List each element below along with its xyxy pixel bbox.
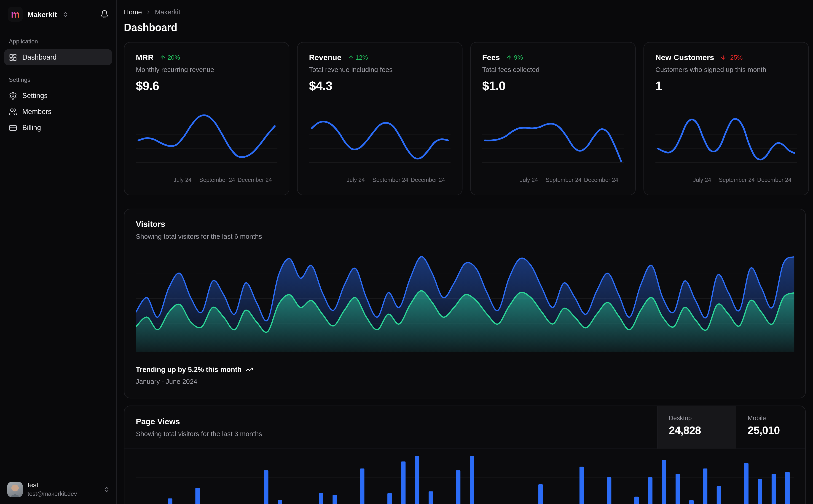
stat-subtitle: Total fees collected	[482, 66, 624, 74]
page-title: Dashboard	[124, 22, 806, 34]
user-avatar	[7, 482, 23, 497]
breadcrumb-home-link[interactable]: Home	[124, 8, 142, 16]
chevron-right-icon	[145, 9, 151, 15]
sidebar-item-dashboard[interactable]: Dashboard	[4, 49, 112, 65]
x-axis-labels: July 24 September 24 December 24	[309, 177, 450, 184]
mobile-label: Mobile	[748, 414, 805, 422]
stat-cards-row: MRR 20% Monthly recurring revenue $9.6 J…	[124, 42, 806, 195]
new-customers-sparkline-chart	[656, 110, 797, 171]
main-content: Home Makerkit Dashboard MRR 20%	[117, 0, 813, 504]
stat-value: $9.6	[136, 79, 278, 93]
fees-sparkline-chart	[482, 110, 624, 171]
sidebar-item-label: Members	[22, 108, 51, 116]
stat-card-mrr: MRR 20% Monthly recurring revenue $9.6 J…	[124, 42, 289, 195]
chevrons-up-down-icon	[104, 486, 110, 492]
page-views-header: Page Views Showing total visitors for th…	[124, 406, 805, 449]
breadcrumb-current: Makerkit	[155, 8, 180, 16]
breadcrumb: Home Makerkit	[124, 8, 806, 16]
stat-card-fees: Fees 9% Total fees collected $1.0 July 2…	[470, 42, 636, 195]
revenue-sparkline-chart	[309, 110, 450, 171]
page-views-subtitle: Showing total visitors for the last 3 mo…	[136, 430, 646, 438]
section-label: Settings	[4, 77, 112, 83]
sidebar-section-settings: Settings Settings Members	[0, 77, 116, 136]
stat-title: Revenue	[309, 53, 341, 62]
x-axis-labels: July 24 September 24 December 24	[482, 177, 624, 184]
toggle-mobile[interactable]: Mobile 25,010	[736, 406, 805, 449]
visitors-card: Visitors Showing total visitors for the …	[124, 209, 806, 398]
makerkit-logo: m	[8, 7, 23, 22]
app-window: m Makerkit Application Dashboard	[0, 0, 813, 504]
user-email: test@makerkit.dev	[27, 490, 77, 497]
mobile-value: 25,010	[748, 424, 805, 437]
trend-badge: -25%	[720, 54, 743, 61]
sidebar-item-settings[interactable]: Settings	[4, 88, 112, 103]
stat-subtitle: Total revenue including fees	[309, 66, 450, 74]
sidebar-item-label: Dashboard	[22, 53, 56, 61]
visitors-footer: Trending up by 5.2% this month January -…	[136, 366, 794, 385]
trend-badge: 12%	[348, 54, 368, 61]
stat-value: 1	[656, 79, 797, 93]
trend-summary: Trending up by 5.2% this month	[136, 366, 242, 374]
logo-letter: m	[11, 9, 20, 19]
page-views-title: Page Views	[136, 417, 646, 426]
x-axis-labels: July 24 September 24 December 24	[656, 177, 797, 184]
sidebar-section-application: Application Dashboard	[0, 38, 116, 65]
desktop-label: Desktop	[669, 414, 736, 422]
stage: m Makerkit Application Dashboard	[0, 0, 813, 504]
user-name: test	[27, 481, 77, 490]
sidebar: m Makerkit Application Dashboard	[0, 0, 117, 504]
visitors-subtitle: Showing total visitors for the last 6 mo…	[136, 233, 794, 240]
page-views-bar-chart	[136, 449, 794, 504]
stat-card-new-customers: New Customers -25% Customers who signed …	[644, 42, 809, 195]
toggle-desktop[interactable]: Desktop 24,828	[657, 406, 736, 449]
stat-subtitle: Customers who signed up this month	[656, 66, 797, 74]
chevrons-up-down-icon	[62, 11, 68, 17]
stat-title: Fees	[482, 53, 500, 62]
arrow-up-icon	[348, 54, 354, 60]
dashboard-icon	[9, 53, 17, 61]
desktop-value: 24,828	[669, 424, 736, 437]
visitors-area-chart	[136, 251, 794, 352]
sidebar-item-billing[interactable]: Billing	[4, 120, 112, 136]
visitors-title: Visitors	[136, 220, 794, 229]
arrow-up-icon	[160, 54, 166, 60]
trending-up-icon	[245, 366, 253, 374]
notifications-bell-icon[interactable]	[100, 10, 109, 19]
workspace-selector[interactable]: m Makerkit	[0, 0, 116, 27]
arrow-down-icon	[720, 54, 727, 60]
sidebar-item-label: Settings	[22, 92, 48, 99]
sidebar-item-members[interactable]: Members	[4, 103, 112, 119]
trend-badge: 9%	[506, 54, 523, 61]
stat-subtitle: Monthly recurring revenue	[136, 66, 278, 74]
credit-card-icon	[9, 124, 17, 132]
mrr-sparkline-chart	[136, 110, 278, 171]
stat-value: $4.3	[309, 79, 450, 93]
workspace-name: Makerkit	[27, 10, 57, 18]
stat-value: $1.0	[482, 79, 624, 93]
members-icon	[9, 107, 17, 116]
x-axis-labels: July 24 September 24 December 24	[136, 177, 278, 184]
arrow-up-icon	[506, 54, 512, 60]
sidebar-item-label: Billing	[22, 124, 41, 132]
stat-title: MRR	[136, 53, 153, 62]
section-label: Application	[4, 38, 112, 45]
stat-card-revenue: Revenue 12% Total revenue including fees…	[297, 42, 462, 195]
gear-icon	[9, 91, 17, 100]
user-menu[interactable]: test test@makerkit.dev	[0, 476, 116, 504]
date-range: January - June 2024	[136, 378, 794, 385]
page-views-card: Page Views Showing total visitors for th…	[124, 406, 806, 504]
stat-title: New Customers	[656, 53, 714, 62]
trend-badge: 20%	[160, 54, 180, 61]
